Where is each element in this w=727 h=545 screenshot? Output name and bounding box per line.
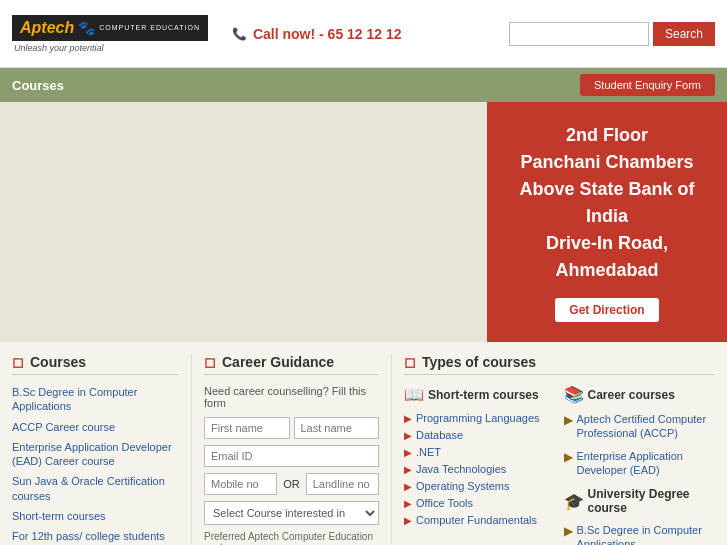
arrow-icon: ▶ [404, 498, 412, 509]
career-section-title: ◻ Career Guidance [204, 354, 379, 375]
career-icon: ◻ [204, 354, 216, 370]
paw-icon: 🐾 [78, 20, 95, 36]
search-input[interactable] [509, 22, 649, 46]
career-types-col: 📚 Career courses ▶Aptech Certified Compu… [564, 385, 716, 545]
hero-left [0, 102, 487, 342]
list-item[interactable]: ▶B.Sc Degree in Computer Applications [564, 523, 716, 545]
career-title: Career Guidance [222, 354, 334, 370]
career-courses-section: 📚 Career courses ▶Aptech Certified Compu… [564, 385, 716, 477]
main-content: ◻ Courses B.Sc Degree in Computer Applic… [0, 342, 727, 545]
book-icon: 📖 [404, 385, 424, 404]
uni-icon: 🎓 [564, 492, 584, 511]
list-item[interactable]: ▶Database [404, 429, 556, 441]
types-grid: 📖 Short-term courses ▶Programming Langua… [404, 385, 715, 545]
hero-section: 2nd Floor Panchani Chambers Above State … [0, 102, 727, 342]
firstname-input[interactable] [204, 417, 290, 439]
hero-address: 2nd Floor Panchani Chambers Above State … [503, 122, 711, 284]
name-row [204, 417, 379, 439]
types-column: ◻ Types of courses 📖 Short-term courses … [392, 354, 715, 545]
list-item[interactable]: ▶Office Tools [404, 497, 556, 509]
short-term-col: 📖 Short-term courses ▶Programming Langua… [404, 385, 556, 545]
navbar: Courses Student Enquiry Form [0, 68, 727, 102]
list-item[interactable]: ▶Enterprise Application Developer (EAD) [564, 449, 716, 478]
centre-label: Preferred Aptech Computer Education cent… [204, 531, 379, 545]
career-guidance-column: ◻ Career Guidance Need career counsellin… [192, 354, 392, 545]
list-item[interactable]: B.Sc Degree in Computer Applications [12, 385, 179, 414]
search-area: Search [509, 22, 715, 46]
email-input[interactable] [204, 445, 379, 467]
arrow-icon: ▶ [404, 430, 412, 441]
email-row [204, 445, 379, 467]
brand-name: Aptech [20, 19, 74, 37]
header: Aptech 🐾 COMPUTER EDUCATION Unleash your… [0, 0, 727, 68]
career-desc: Need career counselling? Fill this form [204, 385, 379, 409]
types-icon: ◻ [404, 354, 416, 370]
lastname-input[interactable] [294, 417, 380, 439]
list-item[interactable]: Enterprise Application Developer (EAD) C… [12, 440, 179, 469]
career-book-icon: 📚 [564, 385, 584, 404]
call-area: 📞 Call now! - 65 12 12 12 [232, 26, 402, 42]
university-section: 🎓 University Degree course ▶B.Sc Degree … [564, 487, 716, 545]
nav-courses-label[interactable]: Courses [12, 78, 64, 93]
enquiry-button[interactable]: Student Enquiry Form [580, 74, 715, 96]
types-title: Types of courses [422, 354, 536, 370]
list-item[interactable]: ▶Programming Languages [404, 412, 556, 424]
get-direction-button[interactable]: Get Direction [555, 298, 658, 322]
career-courses-title: 📚 Career courses [564, 385, 716, 404]
course-select-row: Select Course interested in [204, 501, 379, 525]
list-item[interactable]: ▶Aptech Certified Computer Professional … [564, 412, 716, 441]
short-term-title: 📖 Short-term courses [404, 385, 556, 404]
arrow-icon: ▶ [404, 447, 412, 458]
courses-column: ◻ Courses B.Sc Degree in Computer Applic… [12, 354, 192, 545]
university-title: 🎓 University Degree course [564, 487, 716, 515]
arrow-icon: ▶ [564, 450, 573, 466]
or-label: OR [281, 473, 302, 495]
mobile-input[interactable] [204, 473, 277, 495]
courses-title: Courses [30, 354, 86, 370]
list-item[interactable]: ACCP Career course [12, 420, 179, 434]
arrow-icon: ▶ [404, 413, 412, 424]
list-item[interactable]: ▶Operating Systems [404, 480, 556, 492]
short-term-section: 📖 Short-term courses ▶Programming Langua… [404, 385, 556, 526]
list-item[interactable]: Short-term courses [12, 509, 179, 523]
list-item[interactable]: ▶Computer Fundamentals [404, 514, 556, 526]
list-item[interactable]: Sun Java & Oracle Certification courses [12, 474, 179, 503]
arrow-icon: ▶ [564, 524, 573, 540]
tagline: Unleash your potential [14, 43, 104, 53]
logo-area: Aptech 🐾 COMPUTER EDUCATION Unleash your… [12, 15, 208, 53]
brand-sub: COMPUTER EDUCATION [99, 24, 200, 31]
list-item[interactable]: ▶Java Technologies [404, 463, 556, 475]
arrow-icon: ▶ [404, 481, 412, 492]
logo-box: Aptech 🐾 COMPUTER EDUCATION [12, 15, 208, 41]
phone-row: OR [204, 473, 379, 495]
call-text: Call now! - 65 12 12 12 [253, 26, 402, 42]
list-item[interactable]: ▶.NET [404, 446, 556, 458]
courses-icon: ◻ [12, 354, 24, 370]
course-select[interactable]: Select Course interested in [204, 501, 379, 525]
search-button[interactable]: Search [653, 22, 715, 46]
phone-icon: 📞 [232, 27, 247, 41]
landline-input[interactable] [306, 473, 379, 495]
arrow-icon: ▶ [404, 464, 412, 475]
courses-section-title: ◻ Courses [12, 354, 179, 375]
arrow-icon: ▶ [404, 515, 412, 526]
hero-right: 2nd Floor Panchani Chambers Above State … [487, 102, 727, 342]
arrow-icon: ▶ [564, 413, 573, 429]
types-section-title: ◻ Types of courses [404, 354, 715, 375]
list-item[interactable]: For 12th pass/ college students [12, 529, 179, 543]
